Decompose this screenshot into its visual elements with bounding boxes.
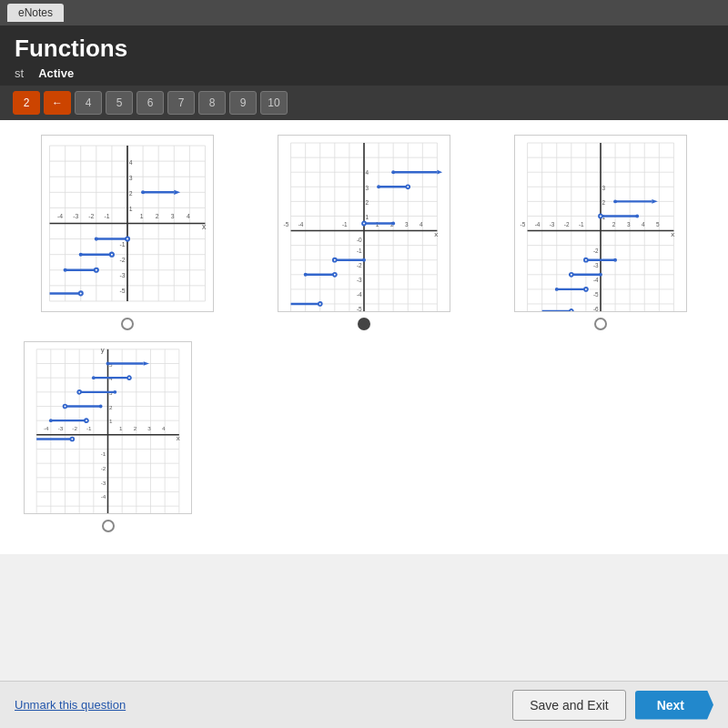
- svg-text:-2: -2: [72, 425, 77, 431]
- svg-text:-2: -2: [357, 262, 362, 268]
- svg-text:-1: -1: [101, 450, 106, 457]
- svg-text:3: 3: [366, 185, 369, 191]
- svg-text:2: 2: [156, 213, 159, 219]
- radio-container-2[interactable]: [358, 318, 370, 330]
- svg-text:5: 5: [656, 221, 660, 228]
- svg-text:-1: -1: [104, 213, 109, 219]
- svg-text:x: x: [177, 434, 180, 442]
- svg-point-46: [126, 238, 129, 241]
- svg-point-163: [599, 215, 602, 218]
- svg-text:-0: -0: [357, 237, 362, 243]
- breadcrumb-part1: st: [15, 66, 24, 80]
- svg-text:4: 4: [642, 221, 645, 228]
- question-btn-5[interactable]: 5: [106, 91, 133, 115]
- svg-point-167: [613, 258, 617, 262]
- svg-point-104: [406, 185, 410, 188]
- svg-point-164: [635, 215, 639, 218]
- radio-btn-2[interactable]: [358, 318, 370, 330]
- next-button[interactable]: Next: [635, 691, 713, 720]
- back-button[interactable]: ←: [44, 91, 71, 115]
- svg-text:4: 4: [366, 169, 369, 176]
- save-exit-button[interactable]: Save and Exit: [512, 690, 625, 721]
- svg-text:1: 1: [366, 214, 369, 220]
- graph-container-3: x -5 -4 -3 -2 -1 2 3 4 5 3 2 1 -2 -3 -4: [488, 135, 713, 330]
- svg-text:-5: -5: [357, 306, 362, 311]
- svg-point-103: [377, 185, 380, 188]
- page-title: Functions: [15, 35, 713, 63]
- svg-point-172: [555, 288, 559, 291]
- svg-text:-1: -1: [357, 248, 362, 254]
- svg-point-48: [79, 253, 83, 257]
- svg-point-113: [333, 273, 337, 277]
- svg-point-228: [113, 390, 116, 394]
- svg-text:2: 2: [366, 199, 369, 206]
- svg-point-106: [362, 222, 366, 226]
- radio-container-1[interactable]: [121, 318, 134, 330]
- svg-text:-3: -3: [101, 480, 106, 486]
- svg-point-233: [49, 419, 53, 422]
- svg-text:2: 2: [129, 190, 133, 197]
- svg-text:x: x: [202, 222, 207, 231]
- main-content: x -4 -3 -2 -1 1 2 3 4 4 3 2 1 -1 -2 -3 -: [0, 120, 728, 554]
- svg-text:-2: -2: [101, 465, 106, 471]
- graph-1: x -4 -3 -2 -1 1 2 3 4 4 3 2 1 -1 -2 -3 -: [41, 135, 214, 312]
- svg-marker-101: [437, 170, 442, 175]
- svg-text:-4: -4: [357, 291, 362, 298]
- svg-text:1: 1: [129, 206, 133, 212]
- svg-point-170: [599, 273, 602, 277]
- footer-buttons: Save and Exit Next: [512, 690, 713, 721]
- svg-text:-1: -1: [119, 241, 125, 248]
- svg-text:-4: -4: [535, 221, 541, 228]
- svg-point-225: [127, 376, 131, 379]
- svg-point-224: [92, 376, 96, 379]
- svg-text:3: 3: [405, 221, 409, 228]
- radio-btn-3[interactable]: [594, 318, 607, 330]
- svg-text:3: 3: [602, 185, 606, 191]
- svg-text:-1: -1: [342, 221, 348, 228]
- svg-point-100: [391, 170, 395, 174]
- unmark-link[interactable]: Unmark this question: [15, 698, 126, 712]
- svg-text:2: 2: [602, 199, 606, 206]
- svg-text:-2: -2: [88, 213, 94, 219]
- question-btn-6[interactable]: 6: [136, 91, 164, 115]
- question-btn-9[interactable]: 9: [229, 91, 257, 115]
- svg-point-109: [333, 258, 337, 262]
- question-btn-2[interactable]: 2: [13, 91, 40, 115]
- question-btn-7[interactable]: 7: [167, 91, 195, 115]
- svg-point-166: [584, 258, 588, 262]
- radio-btn-1[interactable]: [121, 318, 134, 330]
- breadcrumb-active: Active: [38, 66, 74, 80]
- question-nav: 2 ← 4 5 6 7 8 9 10: [0, 86, 728, 120]
- svg-text:3: 3: [171, 213, 175, 219]
- footer: Unmark this question Save and Exit Next: [0, 681, 728, 728]
- svg-point-110: [362, 258, 366, 262]
- svg-text:-3: -3: [550, 221, 555, 228]
- enotes-tab[interactable]: eNotes: [7, 4, 64, 22]
- svg-point-169: [570, 273, 573, 277]
- svg-text:-5: -5: [284, 221, 289, 228]
- question-btn-4[interactable]: 4: [75, 91, 102, 115]
- svg-point-45: [95, 238, 98, 241]
- header: Functions st Active: [0, 25, 728, 86]
- graph-container-2: x -5 -4 -1 1 2 3 4 4 3 2 1 -0 -1 -2 -3 -: [251, 135, 477, 330]
- svg-point-107: [391, 222, 395, 226]
- svg-text:2: 2: [134, 425, 137, 431]
- question-btn-8[interactable]: 8: [198, 91, 226, 115]
- svg-point-234: [85, 419, 88, 422]
- svg-text:4: 4: [129, 159, 133, 166]
- svg-text:-4: -4: [593, 277, 599, 283]
- svg-text:-5: -5: [119, 288, 125, 294]
- radio-btn-4[interactable]: [102, 520, 115, 532]
- radio-container-3[interactable]: [594, 318, 607, 330]
- svg-text:-1: -1: [579, 221, 584, 228]
- question-btn-10[interactable]: 10: [260, 91, 288, 115]
- svg-marker-43: [174, 190, 180, 195]
- svg-text:-3: -3: [119, 272, 125, 278]
- radio-container-4[interactable]: [102, 520, 115, 532]
- svg-text:1: 1: [140, 213, 144, 219]
- svg-point-231: [99, 405, 103, 409]
- svg-text:-3: -3: [58, 425, 64, 431]
- tab-bar: eNotes: [0, 0, 728, 25]
- graph-2: x -5 -4 -1 1 2 3 4 4 3 2 1 -0 -1 -2 -3 -: [278, 135, 450, 312]
- svg-point-227: [77, 390, 81, 394]
